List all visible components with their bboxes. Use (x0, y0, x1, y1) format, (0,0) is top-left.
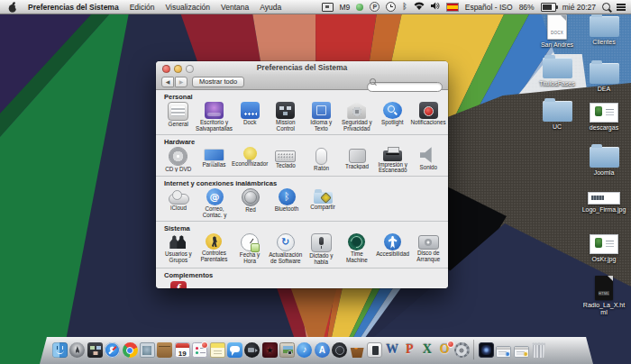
forward-button[interactable]: ▶ (175, 77, 187, 87)
pref-item-trackpad[interactable]: Trackpad (339, 147, 375, 175)
dock-finder[interactable] (52, 342, 68, 358)
dock-safari[interactable] (105, 342, 120, 358)
pref-item-desktop-screensaver[interactable]: Escritorio y Salvapantallas (197, 102, 233, 132)
dock-itunes[interactable] (297, 342, 312, 358)
pref-item-flash-player[interactable]: Flash Player (160, 280, 197, 288)
dock-mail[interactable] (140, 342, 155, 358)
desktop-icon-oskr-jpg[interactable]: OsKr.jpg (581, 234, 627, 263)
zoom-button[interactable] (186, 65, 194, 73)
menu-clock[interactable]: mié 20:27 (562, 3, 596, 12)
pref-item-dictation[interactable]: Dictado y habla (304, 233, 340, 266)
battery-icon[interactable] (541, 3, 556, 12)
pref-item-mail-contacts[interactable]: Correo, Contac. y Calendarios (197, 188, 233, 219)
dock-word[interactable]: W (384, 342, 399, 358)
desktop-icon-uc[interactable]: UC (534, 101, 581, 131)
search-input[interactable] (367, 82, 443, 92)
pref-item-network[interactable]: Red (233, 188, 269, 219)
menu-visualizacion[interactable]: Visualización (166, 3, 210, 12)
apple-menu[interactable] (8, 2, 17, 13)
dock-messages[interactable] (227, 342, 242, 358)
dock-missionctl[interactable] (87, 342, 103, 358)
spotlight-icon-menubar[interactable] (602, 3, 610, 11)
pref-item-software-update[interactable]: Actualización de Software (268, 233, 304, 266)
dock-trash[interactable] (531, 342, 546, 358)
pref-item-bluetooth[interactable]: Bluetooth (269, 188, 305, 219)
bluetooth-icon[interactable]: ᛒ (402, 3, 407, 11)
pref-item-sharing[interactable]: Compartir (305, 188, 341, 219)
dock-imovie[interactable] (262, 342, 278, 358)
dock-fruit-basket[interactable] (350, 342, 365, 358)
desktop-icon-titulosfases[interactable]: TitulosFases (534, 58, 581, 87)
clock-status-icon[interactable] (386, 2, 396, 12)
dock-notes[interactable] (210, 342, 225, 358)
pref-item-security-privacy[interactable]: Seguridad y Privacidad (339, 102, 375, 132)
pref-item-date-time[interactable]: Fecha y Hora (232, 233, 268, 266)
pref-item-cd-dvd[interactable]: CD y DVD (160, 147, 197, 175)
pref-item-energy-saver[interactable]: Economizador (232, 147, 268, 175)
parallels-status-icon[interactable]: P (370, 2, 380, 12)
pref-item-mouse[interactable]: Ratón (304, 147, 340, 175)
pref-item-icloud[interactable]: iCloud (160, 188, 197, 219)
dock-minimized-window[interactable] (514, 342, 529, 358)
pref-item-time-machine[interactable]: Time Machine (339, 233, 375, 266)
dock-powerpoint[interactable]: P (402, 342, 417, 358)
pref-item-accessibility[interactable]: Accesibilidad (375, 233, 411, 266)
dock-excel[interactable]: X (419, 342, 434, 358)
pref-item-mission-control[interactable]: Mission Control (268, 102, 304, 132)
pref-item-notifications[interactable]: Notificaciones (410, 102, 446, 132)
menu-ventana[interactable]: Ventana (221, 3, 249, 12)
minimize-button[interactable] (174, 65, 182, 73)
pref-item-sound[interactable]: Sonido (410, 147, 446, 175)
dock-icon-text: W (384, 342, 399, 358)
dock-iphoto[interactable] (279, 342, 295, 358)
notification-center-icon[interactable] (617, 3, 626, 11)
desktop-icon-joomla[interactable]: Joomla (581, 147, 627, 177)
back-button[interactable]: ◀ (161, 77, 174, 87)
wifi-icon[interactable] (414, 2, 425, 12)
close-button[interactable] (162, 65, 170, 73)
desktop-icon-clientes[interactable]: Clientes (581, 16, 627, 46)
show-all-button[interactable]: Mostrar todo (192, 77, 244, 87)
menu-app-name[interactable]: Preferencias del Sistema (28, 3, 119, 12)
spain-flag-icon[interactable] (446, 3, 459, 12)
dock-chrome[interactable] (123, 342, 138, 358)
pref-item-parental-controls[interactable]: Controles Parentales (197, 233, 233, 266)
desktop-icon-descargas[interactable]: descargas (581, 103, 627, 132)
green-status-icon[interactable] (356, 4, 363, 11)
prefs-section-sistema: SistemaUsuarios y GruposControles Parent… (156, 222, 448, 268)
pref-item-keyboard[interactable]: Teclado (268, 147, 304, 175)
dock-paper-bag[interactable] (157, 342, 172, 358)
pref-item-print-scan[interactable]: Impresión y Escaneado (375, 147, 411, 175)
desktop-icon-logo-firma-jpg[interactable]: Logo_Firma.jpg (581, 192, 627, 214)
pref-item-language-text[interactable]: Idioma y Texto (304, 102, 340, 132)
dock-dvd-player[interactable] (332, 342, 347, 358)
volume-icon[interactable] (431, 2, 440, 12)
keyboard-layout-indicator[interactable]: M9 (340, 3, 351, 12)
dock-launchpad[interactable] (69, 342, 85, 358)
menu-ayuda[interactable]: Ayuda (260, 3, 281, 12)
dock-reminders[interactable] (192, 342, 207, 358)
desktop-icon-dea[interactable]: DEA (581, 63, 627, 93)
pref-item-displays[interactable]: Pantallas (197, 147, 233, 175)
dock-appstore[interactable] (315, 342, 330, 358)
dock-minimized-window[interactable] (496, 342, 511, 358)
pref-item-general[interactable]: General (160, 102, 197, 132)
window-titlebar[interactable]: Preferencias del Sistema (156, 61, 448, 74)
desktop-icon-radio-la-x-html[interactable]: HTMLRadio_La_X.html (581, 276, 627, 315)
dock-mobile-device[interactable] (367, 342, 382, 358)
dock-outlook[interactable]: O (437, 342, 453, 358)
pref-item-users-groups[interactable]: Usuarios y Grupos (160, 233, 197, 266)
pref-item-spotlight[interactable]: Spotlight (375, 102, 411, 132)
dock-sysprefs[interactable] (454, 342, 470, 358)
display-status-icon[interactable] (322, 3, 334, 12)
dock-camera-app[interactable] (244, 342, 260, 358)
pref-item-dock-pref[interactable]: Dock (233, 102, 269, 132)
desktop-icon-san-andres[interactable]: DOCXSan Andres (534, 14, 581, 49)
dock-galaxy-stack[interactable] (479, 342, 494, 358)
date-time-icon (241, 233, 259, 251)
pref-item-startup-disk[interactable]: Disco de Arranque (410, 233, 446, 266)
dock-calendar-app[interactable]: 19 (175, 342, 190, 358)
input-source-label[interactable]: Español - ISO (465, 3, 513, 12)
menu-edicion[interactable]: Edición (130, 3, 155, 12)
network-icon (242, 188, 260, 206)
